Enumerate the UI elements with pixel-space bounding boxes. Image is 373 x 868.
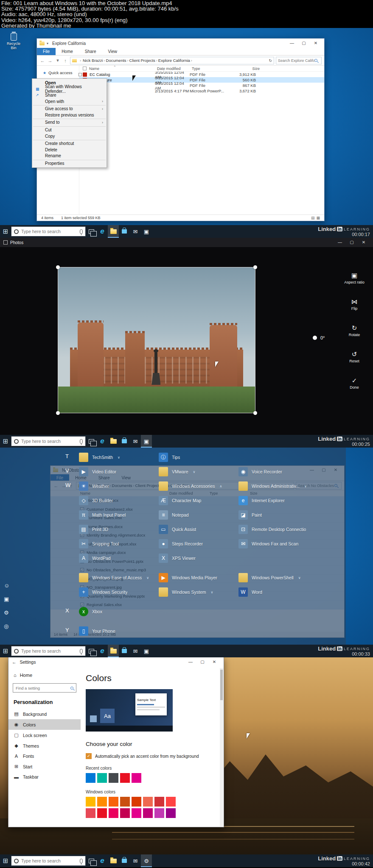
tab-view[interactable]: View bbox=[102, 48, 123, 55]
app-list-item[interactable]: Windows PowerShell ∨ bbox=[238, 573, 318, 582]
photos-button[interactable]: ▣ bbox=[141, 435, 152, 448]
settings-nav-item[interactable]: ▬ Taskbar bbox=[8, 772, 81, 782]
straighten-dial[interactable]: 0° bbox=[313, 335, 325, 340]
expand-chevron-icon[interactable]: ∨ bbox=[298, 576, 301, 580]
context-menu-item[interactable]: Send to › bbox=[32, 120, 107, 126]
pictures-icon[interactable]: ▣ bbox=[4, 596, 9, 602]
context-menu-item[interactable]: Properties bbox=[32, 160, 107, 167]
column-name[interactable]: Name bbox=[89, 67, 157, 71]
color-swatch[interactable] bbox=[154, 808, 164, 818]
edge-button[interactable]: e bbox=[97, 854, 108, 867]
minimize-button[interactable]: — bbox=[185, 657, 196, 667]
crop-photo[interactable] bbox=[58, 267, 255, 413]
crop-handle-bottom-left[interactable] bbox=[56, 411, 60, 415]
color-swatch[interactable] bbox=[97, 773, 107, 783]
color-swatch[interactable] bbox=[120, 773, 130, 783]
color-swatch[interactable] bbox=[143, 797, 153, 807]
edge-button[interactable]: e bbox=[97, 645, 108, 657]
alphabet-section-letter[interactable]: V bbox=[65, 467, 75, 474]
app-list-item[interactable]: ▤ Print 3D bbox=[79, 525, 159, 534]
store-button[interactable] bbox=[119, 225, 130, 238]
expand-chevron-icon[interactable]: ∨ bbox=[146, 576, 149, 580]
breadcrumb-segment[interactable]: Explore California› bbox=[158, 58, 193, 63]
crop-handle-bottom-right[interactable] bbox=[253, 411, 257, 415]
checkbox-checked-icon[interactable]: ✓ bbox=[86, 753, 92, 759]
photo-tool-button[interactable]: ↻ Rotate bbox=[339, 324, 369, 337]
auto-accent-checkbox-row[interactable]: ✓ Automatically pick an accent color fro… bbox=[86, 753, 216, 759]
scrollbar-thumb[interactable] bbox=[220, 670, 223, 700]
photo-tool-button[interactable]: ⋈ Flip bbox=[339, 298, 369, 311]
recycle-bin-shortcut[interactable]: Recycle Bin bbox=[4, 33, 23, 50]
minimize-button[interactable]: — bbox=[286, 39, 298, 48]
breadcrumb-segment[interactable]: Client Projects› bbox=[129, 58, 158, 63]
alphabet-section-letter[interactable]: W bbox=[65, 482, 75, 488]
microphone-icon[interactable] bbox=[80, 649, 83, 654]
taskbar-search[interactable] bbox=[11, 856, 86, 866]
file-explorer-button[interactable] bbox=[108, 225, 119, 238]
start-button[interactable]: ⊞ bbox=[0, 437, 11, 445]
app-list-item[interactable]: + Windows Security bbox=[79, 587, 159, 597]
app-list-item[interactable]: ▶ Windows Media Player bbox=[159, 573, 238, 582]
settings-button[interactable]: ⚙ bbox=[141, 854, 152, 867]
app-list-item[interactable]: Windows Ease of Access ∨ bbox=[79, 573, 159, 582]
photos-button[interactable]: ▣ bbox=[141, 225, 152, 238]
app-list-item[interactable]: A WordPad bbox=[79, 554, 159, 563]
settings-gear-icon[interactable]: ⚙ bbox=[4, 609, 9, 616]
sidebar-item-home[interactable]: ⌂ Home bbox=[8, 670, 81, 680]
app-list-item[interactable]: ▯ Your Phone bbox=[79, 626, 159, 636]
taskbar-search-input[interactable] bbox=[21, 858, 71, 863]
photo-tool-button[interactable]: ✓ Done bbox=[339, 377, 369, 389]
start-button[interactable]: ⊞ bbox=[0, 228, 11, 235]
dial-handle[interactable] bbox=[313, 336, 317, 340]
tab-home[interactable]: Home bbox=[56, 48, 79, 55]
settings-nav-item[interactable]: ◉ Colors bbox=[8, 719, 81, 730]
expand-chevron-icon[interactable]: ∧ bbox=[220, 484, 222, 488]
crop-handle-top-left[interactable] bbox=[56, 265, 60, 269]
app-list-item[interactable]: Æ Character Map bbox=[159, 496, 238, 505]
mail-button[interactable]: ✉ bbox=[130, 225, 141, 238]
file-row[interactable]: EC Catalog 3/25/2015 12:04 AM PDF File 3… bbox=[79, 72, 324, 77]
taskbar-search[interactable] bbox=[11, 226, 86, 236]
taskbar-search[interactable] bbox=[11, 646, 86, 656]
sidebar-item-quick-access[interactable]: ★ Quick access bbox=[37, 69, 79, 76]
start-button[interactable]: ⊞ bbox=[0, 857, 11, 865]
expand-chevron-icon[interactable]: ∨ bbox=[193, 470, 196, 474]
user-account-icon[interactable]: ☺ bbox=[4, 582, 9, 589]
app-list-item[interactable]: ▭ Quick Assist bbox=[159, 525, 238, 534]
task-view-button[interactable] bbox=[86, 645, 97, 657]
expand-chevron-icon[interactable]: ∨ bbox=[211, 590, 213, 594]
alphabet-section-letter[interactable]: Y bbox=[65, 627, 75, 633]
color-swatch[interactable] bbox=[166, 808, 176, 818]
photo-tool-button[interactable]: ↺ Reset bbox=[339, 351, 369, 363]
color-swatch[interactable] bbox=[132, 808, 141, 818]
file-explorer-button[interactable] bbox=[108, 645, 119, 657]
taskbar-search-input[interactable] bbox=[21, 229, 71, 234]
maximize-button[interactable]: ▢ bbox=[298, 39, 310, 48]
settings-nav-item[interactable]: ▢ Lock screen bbox=[8, 730, 81, 740]
app-list-item[interactable]: Windows Accessories ∧ bbox=[159, 481, 238, 491]
file-row[interactable]: he_article 3/25/2015 12:04 AM PDF File 8… bbox=[79, 83, 324, 88]
tab-file[interactable]: File bbox=[37, 48, 56, 55]
back-icon[interactable]: ← bbox=[12, 659, 17, 665]
edge-button[interactable]: e bbox=[97, 435, 108, 448]
search-input[interactable] bbox=[278, 58, 314, 63]
close-button[interactable]: ✕ bbox=[208, 657, 220, 667]
color-swatch[interactable] bbox=[86, 797, 95, 807]
context-menu-item[interactable]: Create shortcut bbox=[32, 140, 107, 147]
color-swatch[interactable] bbox=[166, 797, 176, 807]
alphabet-section-letter[interactable]: X bbox=[65, 607, 75, 614]
context-menu-item[interactable]: Delete bbox=[32, 147, 107, 153]
context-menu-item[interactable]: ▦ Scan with Windows Defender... bbox=[32, 86, 107, 92]
color-swatch[interactable] bbox=[97, 797, 107, 807]
app-list-item[interactable]: Windows System ∨ bbox=[159, 587, 238, 597]
close-button[interactable]: ✕ bbox=[358, 238, 370, 247]
color-swatch[interactable] bbox=[86, 773, 95, 783]
row-checkbox[interactable] bbox=[79, 73, 82, 76]
close-button[interactable]: ✕ bbox=[310, 39, 322, 48]
scrollbar[interactable] bbox=[220, 668, 223, 826]
search-box[interactable] bbox=[276, 57, 322, 64]
taskbar-search-input[interactable] bbox=[21, 439, 71, 444]
app-list-item[interactable]: ✉ Windows Fax and Scan bbox=[238, 539, 318, 548]
context-menu-item[interactable]: Cut bbox=[32, 127, 107, 133]
app-list-item[interactable]: TechSmith ∨ bbox=[79, 453, 159, 462]
